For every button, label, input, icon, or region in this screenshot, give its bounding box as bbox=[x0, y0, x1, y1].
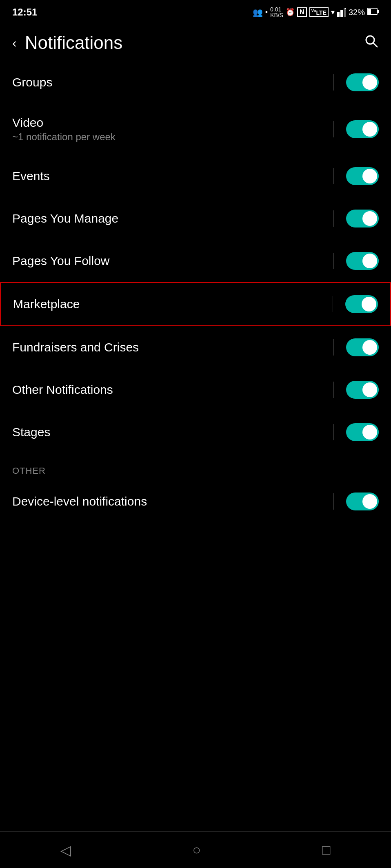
team-icon: 👥 bbox=[253, 7, 263, 17]
settings-item-title-events: Events bbox=[12, 169, 333, 183]
battery-percent: 32% bbox=[349, 8, 365, 17]
toggle-events[interactable] bbox=[346, 167, 379, 185]
settings-item-title-pages-manage: Pages You Manage bbox=[12, 212, 333, 225]
settings-item-subtitle-video: ~1 notification per week bbox=[12, 131, 333, 143]
settings-item-title-stages: Stages bbox=[12, 425, 333, 439]
divider-line-marketplace bbox=[333, 296, 333, 312]
other-section-label: OTHER bbox=[12, 466, 46, 476]
settings-item-title-groups: Groups bbox=[12, 75, 333, 89]
toggle-device-notifications[interactable] bbox=[346, 493, 379, 510]
divider-line-device-notifications bbox=[333, 493, 334, 510]
alarm-icon: ⏰ bbox=[286, 8, 295, 17]
toggle-pages-follow[interactable] bbox=[346, 252, 379, 270]
divider-line-events bbox=[333, 168, 334, 184]
search-icon bbox=[364, 34, 379, 49]
nav-home-button[interactable]: ○ bbox=[192, 842, 201, 858]
toggle-stages[interactable] bbox=[346, 423, 379, 441]
status-icons: 👥 • 0.01 KB/S ⏰ N VoLTE ▾ 32% bbox=[253, 7, 379, 18]
settings-item-stages[interactable]: Stages bbox=[0, 411, 391, 453]
wifi-icon: ▾ bbox=[331, 8, 335, 17]
settings-item-events[interactable]: Events bbox=[0, 155, 391, 197]
settings-item-title-pages-follow: Pages You Follow bbox=[12, 254, 333, 268]
status-time: 12:51 bbox=[12, 7, 37, 18]
nav-back-button[interactable]: ◁ bbox=[60, 842, 71, 858]
toggle-pages-manage[interactable] bbox=[346, 210, 379, 227]
settings-item-other-notifs[interactable]: Other Notifications bbox=[0, 369, 391, 411]
toggle-video[interactable] bbox=[346, 120, 379, 138]
page-header: ‹ Notifications bbox=[0, 24, 391, 61]
divider-line-pages-manage bbox=[333, 210, 334, 227]
svg-rect-6 bbox=[377, 10, 379, 13]
settings-item-title-device-notifications: Device-level notifications bbox=[12, 495, 333, 508]
settings-item-device-notifications[interactable]: Device-level notifications bbox=[0, 480, 391, 523]
divider-line-fundraisers bbox=[333, 339, 334, 356]
settings-item-marketplace[interactable]: Marketplace bbox=[0, 282, 391, 326]
settings-item-pages-follow[interactable]: Pages You Follow bbox=[0, 240, 391, 282]
toggle-fundraisers[interactable] bbox=[346, 338, 379, 356]
divider-line-groups bbox=[333, 74, 334, 91]
bottom-nav: ◁ ○ □ bbox=[0, 831, 391, 868]
toggle-groups[interactable] bbox=[346, 73, 379, 91]
divider-line-video bbox=[333, 121, 334, 137]
settings-item-title-marketplace: Marketplace bbox=[13, 297, 333, 311]
svg-line-9 bbox=[373, 43, 377, 47]
battery-icon bbox=[367, 7, 379, 18]
settings-item-fundraisers[interactable]: Fundraisers and Crises bbox=[0, 326, 391, 369]
divider-line-pages-follow bbox=[333, 253, 334, 269]
divider-line-other-notifs bbox=[333, 382, 334, 398]
settings-item-groups[interactable]: Groups bbox=[0, 61, 391, 104]
settings-item-title-video: Video bbox=[12, 116, 333, 130]
toggle-other-notifs[interactable] bbox=[346, 381, 379, 399]
svg-rect-7 bbox=[368, 9, 371, 14]
search-button[interactable] bbox=[364, 34, 379, 52]
dot-indicator: • bbox=[265, 8, 268, 17]
status-bar: 12:51 👥 • 0.01 KB/S ⏰ N VoLTE ▾ bbox=[0, 0, 391, 24]
settings-item-title-fundraisers: Fundraisers and Crises bbox=[12, 340, 333, 354]
settings-item-pages-manage[interactable]: Pages You Manage bbox=[0, 197, 391, 240]
data-speed-icon: 0.01 KB/S bbox=[270, 7, 283, 18]
lte-icon: VoLTE bbox=[309, 7, 329, 17]
n-icon: N bbox=[297, 7, 307, 17]
settings-item-video[interactable]: Video~1 notification per week bbox=[0, 104, 391, 155]
back-button[interactable]: ‹ bbox=[12, 35, 17, 51]
settings-list: GroupsVideo~1 notification per weekEvent… bbox=[0, 61, 391, 563]
signal-icon bbox=[337, 8, 346, 17]
nav-recent-button[interactable]: □ bbox=[322, 842, 331, 858]
page-title: Notifications bbox=[25, 33, 356, 53]
svg-marker-1 bbox=[340, 10, 343, 17]
toggle-marketplace[interactable] bbox=[345, 295, 378, 313]
other-section-header: OTHER bbox=[0, 453, 391, 480]
divider-line-stages bbox=[333, 424, 334, 440]
settings-item-title-other-notifs: Other Notifications bbox=[12, 383, 333, 397]
svg-marker-0 bbox=[337, 12, 340, 17]
